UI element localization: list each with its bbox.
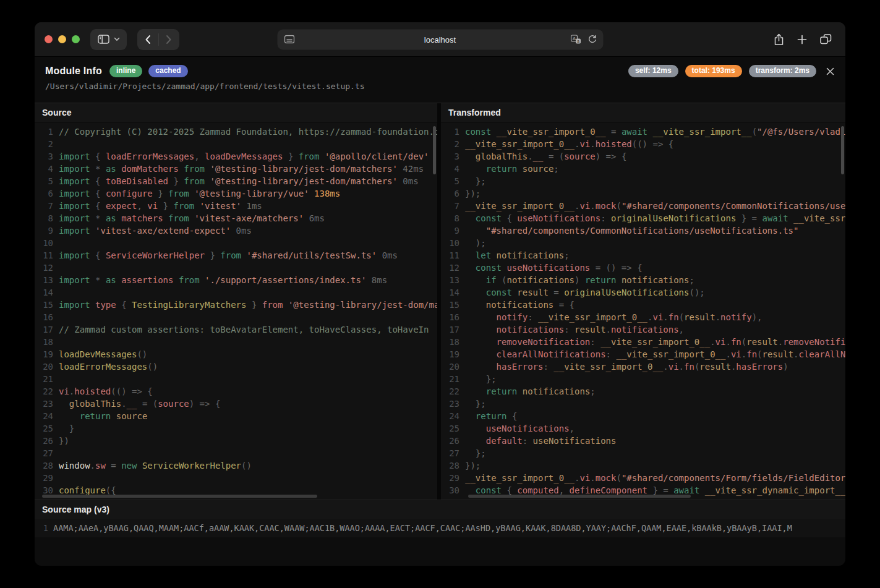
line-content: const { useNotifications: originalUseNot… [459,212,845,224]
transformed-vertical-scrollbar[interactable] [841,126,844,174]
forward-icon [166,35,172,45]
code-line: 18 [35,336,437,348]
transformed-horizontal-scrollbar[interactable] [468,495,691,498]
code-line: 12 [35,262,437,274]
source-horizontal-scrollbar[interactable] [42,495,317,498]
line-number: 2 [35,138,53,150]
line-content [53,311,59,323]
line-content: globalThis.__ = (source) => { [459,150,626,163]
line-content: useNotifications, [459,422,575,435]
sourcemap-code-view[interactable]: 1 AAMA;AAeA,yBAAG,QAAQ,MAAM;AACf,aAAW,KA… [35,519,845,537]
line-number: 2 [441,138,459,150]
line-number: 13 [35,274,53,286]
source-code-view[interactable]: 1// Copyright (C) 2012-2025 Zammad Found… [35,122,437,500]
code-line: 8import * as matchers from 'vitest-axe/m… [35,212,437,224]
forward-button[interactable] [158,29,179,50]
share-button[interactable] [774,33,784,46]
line-number: 20 [35,360,53,373]
transformed-pane-title: Transformed [441,103,845,122]
code-line: 24 return source [35,410,437,422]
code-line: 12 const useNotifications = () => { [441,262,845,274]
line-content: notify: __vite_ssr_import_0__.vi.fn(resu… [459,311,763,323]
line-number: 6 [441,187,459,200]
code-line: 1const __vite_ssr_import_0__ = await __v… [441,126,845,138]
module-info-header: Module Info inlinecached self: 12mstotal… [35,57,845,103]
line-number: 7 [441,200,459,212]
sourcemap-mappings: AAMA;AAeA,yBAAG,QAAQ,MAAM;AACf,aAAW,KAAK… [48,523,792,533]
code-line: 15import type { TestingLibraryMatchers }… [35,299,437,311]
code-line: 20 hasErrors: __vite_ssr_import_0__.vi.f… [441,360,845,373]
code-line: 19loadDevMessages() [35,348,437,360]
line-content: return source [53,410,147,422]
new-tab-button[interactable] [797,35,807,45]
code-line: 8 const { useNotifications: originalUseN… [441,212,845,224]
translate-icon[interactable]: A a [570,35,581,44]
code-line: 6import { configure } from '@testing-lib… [35,187,437,200]
code-line: 7__vite_ssr_import_0__.vi.mock("#shared/… [441,200,845,212]
line-content: import * as domMatchers from '@testing-l… [53,163,424,175]
line-number: 10 [441,237,459,249]
tab-overview-icon [820,34,832,45]
code-line: 3 globalThis.__ = (source) => { [441,150,845,163]
line-content [53,286,59,299]
close-window-button[interactable] [45,35,53,43]
code-line: 23 globalThis.__ = (source) => { [35,398,437,410]
line-number: 23 [35,398,53,410]
zoom-window-button[interactable] [72,35,80,43]
code-line: 28window.sw = new ServiceWorkerHelper() [35,459,437,472]
sourcemap-section: Source map (v3) 1 AAMA;AAeA,yBAAG,QAAQ,M… [35,500,845,566]
line-number: 29 [35,472,53,484]
badge-cached: cached [148,65,187,77]
browser-titlebar: localhost A a [35,22,845,57]
reload-icon[interactable] [587,35,597,44]
svg-text:a: a [577,39,579,43]
new-tab-icon [797,35,807,45]
code-line: 25 } [35,422,437,435]
code-line: 10 [35,237,437,249]
code-line: 21 [35,373,437,385]
module-badges: inlinecached [109,65,188,77]
close-panel-button[interactable] [826,67,835,76]
line-content: import { ServiceWorkerHelper } from '#sh… [53,249,398,262]
line-content: loadErrorMessages() [53,360,158,373]
line-number: 7 [35,200,53,212]
line-number: 24 [35,410,53,422]
line-number: 5 [441,175,459,187]
line-number: 30 [441,484,459,496]
line-content: }); [459,187,481,200]
line-content: window.sw = new ServiceWorkerHelper() [53,459,252,472]
timing-transform: transform: 2ms [749,65,816,77]
transformed-pane: Transformed 1const __vite_ssr_import_0__… [441,103,845,500]
url-text: localhost [277,29,603,49]
back-button[interactable] [137,29,158,50]
line-content [53,237,59,249]
svg-text:A: A [572,36,576,41]
sidebar-toggle-button[interactable] [90,29,127,50]
code-line: 6}); [441,187,845,200]
window-controls [45,35,80,43]
line-number: 18 [441,336,459,348]
line-content: import { loadErrorMessages, loadDevMessa… [53,150,429,163]
code-line: 7import { expect, vi } from 'vitest' 1ms [35,200,437,212]
code-line: 4import * as domMatchers from '@testing-… [35,163,437,175]
line-content: import { configure } from '@testing-libr… [53,187,340,200]
code-line: 29 [35,472,437,484]
code-line: 14 const result = originalUseNotificatio… [441,286,845,299]
code-line: 15 notifications = { [441,299,845,311]
line-content: hasErrors: __vite_ssr_import_0__.vi.fn(r… [459,360,788,373]
address-bar[interactable]: localhost A a [277,29,603,49]
line-content: return { [459,410,517,422]
line-number: 23 [441,398,459,410]
tab-overview-button[interactable] [820,34,832,45]
line-content: const useNotifications = () => { [459,262,643,274]
code-line: 13 if (notifications) return notificatio… [441,274,845,286]
line-content: import { expect, vi } from 'vitest' 1ms [53,200,262,212]
code-line: 16 notify: __vite_ssr_import_0__.vi.fn(r… [441,311,845,323]
sourcemap-title: Source map (v3) [35,500,845,519]
source-vertical-scrollbar[interactable] [433,126,436,174]
code-line: 27 }; [441,447,845,459]
line-number: 1 [35,523,48,533]
minimize-window-button[interactable] [58,35,66,43]
transformed-code-view[interactable]: 1const __vite_ssr_import_0__ = await __v… [441,122,845,500]
code-line: 10 ); [441,237,845,249]
